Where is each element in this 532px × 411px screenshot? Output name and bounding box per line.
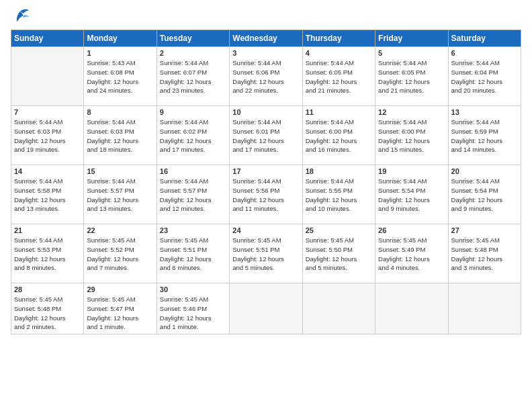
day-number: 3 (232, 49, 299, 57)
day-info: Sunrise: 5:44 AM Sunset: 5:54 PM Dayligh… (451, 177, 518, 214)
day-number: 19 (378, 167, 445, 175)
calendar-day-cell: 17Sunrise: 5:44 AM Sunset: 5:56 PM Dayli… (230, 165, 302, 224)
calendar-day-cell: 7Sunrise: 5:44 AM Sunset: 6:03 PM Daylig… (11, 106, 84, 165)
calendar-day-cell: 27Sunrise: 5:45 AM Sunset: 5:48 PM Dayli… (448, 224, 521, 283)
day-number: 2 (160, 49, 226, 57)
day-info: Sunrise: 5:45 AM Sunset: 5:49 PM Dayligh… (378, 236, 445, 273)
calendar-day-cell: 1Sunrise: 5:43 AM Sunset: 6:08 PM Daylig… (84, 47, 157, 106)
day-info: Sunrise: 5:45 AM Sunset: 5:50 PM Dayligh… (306, 236, 372, 273)
day-info: Sunrise: 5:45 AM Sunset: 5:48 PM Dayligh… (451, 236, 518, 273)
calendar-day-cell: 26Sunrise: 5:45 AM Sunset: 5:49 PM Dayli… (375, 224, 448, 283)
day-info: Sunrise: 5:44 AM Sunset: 6:07 PM Dayligh… (160, 58, 226, 95)
calendar-header-saturday: Saturday (448, 30, 521, 47)
day-number: 4 (306, 49, 372, 57)
day-number: 20 (451, 167, 518, 175)
day-number: 15 (87, 167, 153, 175)
day-info: Sunrise: 5:44 AM Sunset: 5:54 PM Dayligh… (378, 177, 445, 214)
day-info: Sunrise: 5:45 AM Sunset: 5:51 PM Dayligh… (232, 236, 299, 273)
day-number: 14 (14, 167, 81, 175)
day-number: 17 (232, 167, 299, 175)
calendar-header-tuesday: Tuesday (157, 30, 229, 47)
calendar-week-row: 21Sunrise: 5:44 AM Sunset: 5:53 PM Dayli… (11, 224, 521, 283)
calendar-day-cell: 21Sunrise: 5:44 AM Sunset: 5:53 PM Dayli… (11, 224, 84, 283)
calendar-table: SundayMondayTuesdayWednesdayThursdayFrid… (11, 30, 521, 334)
logo-bird-icon (11, 8, 30, 24)
calendar-day-cell: 15Sunrise: 5:44 AM Sunset: 5:57 PM Dayli… (84, 165, 157, 224)
day-info: Sunrise: 5:45 AM Sunset: 5:51 PM Dayligh… (160, 236, 226, 273)
day-number: 24 (232, 226, 299, 234)
header-row (11, 8, 521, 24)
calendar-day-cell (230, 283, 302, 334)
day-number: 16 (160, 167, 226, 175)
day-number: 9 (160, 108, 226, 116)
calendar-day-cell: 13Sunrise: 5:44 AM Sunset: 5:59 PM Dayli… (448, 106, 521, 165)
calendar-day-cell: 14Sunrise: 5:44 AM Sunset: 5:58 PM Dayli… (11, 165, 84, 224)
calendar-day-cell: 28Sunrise: 5:45 AM Sunset: 5:48 PM Dayli… (11, 283, 84, 334)
day-number: 26 (378, 226, 445, 234)
calendar-header-monday: Monday (84, 30, 157, 47)
calendar-week-row: 1Sunrise: 5:43 AM Sunset: 6:08 PM Daylig… (11, 47, 521, 106)
calendar-day-cell: 5Sunrise: 5:44 AM Sunset: 6:05 PM Daylig… (375, 47, 448, 106)
calendar-day-cell: 3Sunrise: 5:44 AM Sunset: 6:06 PM Daylig… (230, 47, 302, 106)
calendar-week-row: 28Sunrise: 5:45 AM Sunset: 5:48 PM Dayli… (11, 283, 521, 334)
calendar-day-cell: 30Sunrise: 5:45 AM Sunset: 5:46 PM Dayli… (157, 283, 229, 334)
day-info: Sunrise: 5:45 AM Sunset: 5:52 PM Dayligh… (87, 236, 153, 273)
day-number: 12 (378, 108, 445, 116)
day-number: 29 (87, 285, 153, 293)
calendar-header-row: SundayMondayTuesdayWednesdayThursdayFrid… (11, 30, 521, 47)
day-number: 30 (160, 285, 226, 293)
day-number: 27 (451, 226, 518, 234)
calendar-header-wednesday: Wednesday (230, 30, 302, 47)
calendar-day-cell: 25Sunrise: 5:45 AM Sunset: 5:50 PM Dayli… (302, 224, 375, 283)
day-info: Sunrise: 5:44 AM Sunset: 5:56 PM Dayligh… (232, 177, 299, 214)
day-info: Sunrise: 5:44 AM Sunset: 5:55 PM Dayligh… (306, 177, 372, 214)
day-number: 8 (87, 108, 153, 116)
day-info: Sunrise: 5:43 AM Sunset: 6:08 PM Dayligh… (87, 58, 153, 95)
calendar-day-cell: 19Sunrise: 5:44 AM Sunset: 5:54 PM Dayli… (375, 165, 448, 224)
calendar-day-cell: 16Sunrise: 5:44 AM Sunset: 5:57 PM Dayli… (157, 165, 229, 224)
day-info: Sunrise: 5:44 AM Sunset: 6:00 PM Dayligh… (378, 118, 445, 154)
calendar-day-cell: 9Sunrise: 5:44 AM Sunset: 6:02 PM Daylig… (157, 106, 229, 165)
calendar-day-cell (448, 283, 521, 334)
day-number: 22 (87, 226, 153, 234)
calendar-day-cell: 24Sunrise: 5:45 AM Sunset: 5:51 PM Dayli… (230, 224, 302, 283)
day-info: Sunrise: 5:45 AM Sunset: 5:47 PM Dayligh… (87, 295, 153, 332)
calendar-header-sunday: Sunday (11, 30, 84, 47)
calendar-day-cell: 4Sunrise: 5:44 AM Sunset: 6:05 PM Daylig… (302, 47, 375, 106)
day-number: 6 (451, 49, 518, 57)
day-info: Sunrise: 5:44 AM Sunset: 6:01 PM Dayligh… (232, 118, 299, 154)
calendar-header-thursday: Thursday (302, 30, 375, 47)
calendar-week-row: 7Sunrise: 5:44 AM Sunset: 6:03 PM Daylig… (11, 106, 521, 165)
day-info: Sunrise: 5:44 AM Sunset: 5:57 PM Dayligh… (87, 177, 153, 214)
day-info: Sunrise: 5:44 AM Sunset: 5:53 PM Dayligh… (14, 236, 81, 273)
day-info: Sunrise: 5:44 AM Sunset: 6:04 PM Dayligh… (451, 58, 518, 95)
day-number: 5 (378, 49, 445, 57)
calendar-day-cell: 6Sunrise: 5:44 AM Sunset: 6:04 PM Daylig… (448, 47, 521, 106)
calendar-day-cell: 12Sunrise: 5:44 AM Sunset: 6:00 PM Dayli… (375, 106, 448, 165)
day-info: Sunrise: 5:45 AM Sunset: 5:46 PM Dayligh… (160, 295, 226, 332)
calendar-day-cell: 2Sunrise: 5:44 AM Sunset: 6:07 PM Daylig… (157, 47, 229, 106)
day-info: Sunrise: 5:44 AM Sunset: 5:59 PM Dayligh… (451, 118, 518, 154)
calendar-week-row: 14Sunrise: 5:44 AM Sunset: 5:58 PM Dayli… (11, 165, 521, 224)
calendar-day-cell (375, 283, 448, 334)
day-info: Sunrise: 5:45 AM Sunset: 5:48 PM Dayligh… (14, 295, 81, 332)
day-number: 7 (14, 108, 81, 116)
day-info: Sunrise: 5:44 AM Sunset: 6:06 PM Dayligh… (232, 58, 299, 95)
day-number: 21 (14, 226, 81, 234)
day-number: 28 (14, 285, 81, 293)
day-number: 13 (451, 108, 518, 116)
day-number: 11 (306, 108, 372, 116)
day-number: 25 (306, 226, 372, 234)
day-number: 10 (232, 108, 299, 116)
calendar-day-cell: 11Sunrise: 5:44 AM Sunset: 6:00 PM Dayli… (302, 106, 375, 165)
day-info: Sunrise: 5:44 AM Sunset: 6:05 PM Dayligh… (306, 58, 372, 95)
calendar-day-cell (11, 47, 84, 106)
day-info: Sunrise: 5:44 AM Sunset: 6:05 PM Dayligh… (378, 58, 445, 95)
calendar-day-cell (302, 283, 375, 334)
calendar-day-cell: 29Sunrise: 5:45 AM Sunset: 5:47 PM Dayli… (84, 283, 157, 334)
calendar-day-cell: 18Sunrise: 5:44 AM Sunset: 5:55 PM Dayli… (302, 165, 375, 224)
day-info: Sunrise: 5:44 AM Sunset: 6:00 PM Dayligh… (306, 118, 372, 154)
logo (11, 8, 32, 24)
calendar-day-cell: 8Sunrise: 5:44 AM Sunset: 6:03 PM Daylig… (84, 106, 157, 165)
day-number: 23 (160, 226, 226, 234)
